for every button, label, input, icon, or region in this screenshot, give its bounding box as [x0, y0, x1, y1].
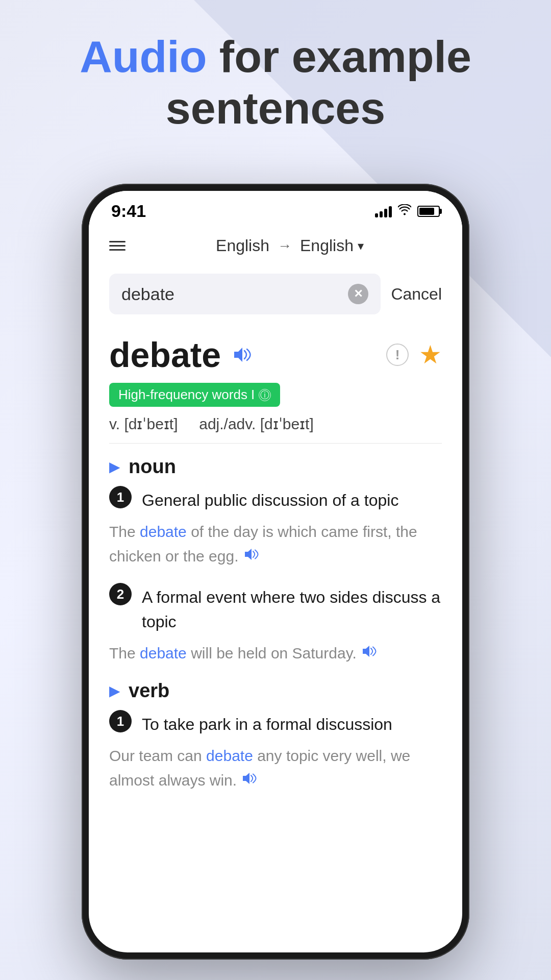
lang-arrow: → — [278, 238, 292, 254]
battery-icon — [417, 206, 440, 217]
definition-item: 1 To take park in a formal discussion Ou… — [109, 710, 442, 793]
word-header: debate ! ★ — [109, 335, 442, 375]
nav-bar: English → English ▾ — [89, 226, 462, 265]
hamburger-menu[interactable] — [109, 241, 126, 251]
sentence-audio-button[interactable] — [361, 644, 378, 658]
pos-triangle-verb-icon: ▶ — [109, 682, 120, 699]
chevron-down-icon: ▾ — [358, 239, 364, 253]
phonetics: v. [dɪˈbeɪt] adj./adv. [dɪˈbeɪt] — [109, 415, 442, 433]
sentence-audio-button[interactable] — [243, 547, 260, 561]
lang-from[interactable]: English — [216, 236, 269, 255]
heading-highlight: Audio — [80, 31, 207, 82]
pos-verb-header: ▶ verb — [109, 680, 442, 702]
def-text: A formal event where two sides discuss a… — [142, 583, 442, 634]
status-time: 9:41 — [111, 201, 146, 221]
def-number-row: 1 To take park in a formal discussion — [109, 710, 442, 737]
status-icons — [375, 204, 440, 218]
definition-item: 2 A formal event where two sides discuss… — [109, 583, 442, 666]
word-title: debate — [109, 335, 221, 375]
def-number-badge: 1 — [109, 486, 132, 508]
divider — [109, 443, 442, 444]
def-text: To take park in a formal discussion — [142, 710, 442, 737]
keyword-highlight: debate — [140, 523, 187, 540]
def-number-badge: 1 — [109, 710, 132, 732]
heading-rest: for examplesentences — [166, 31, 471, 133]
example-sentence: The debate of the day is which came firs… — [109, 520, 442, 569]
search-input-wrapper[interactable]: debate ✕ — [109, 274, 381, 314]
definitions-section: ▶ noun 1 General public discussion of a … — [89, 456, 462, 793]
phonetic-adj: adj./adv. [dɪˈbeɪt] — [199, 415, 314, 432]
page-heading: Audio for examplesentences — [31, 31, 520, 134]
language-selector: English → English ▾ — [138, 236, 442, 255]
definition-item: 1 General public discussion of a topic T… — [109, 486, 442, 569]
favorite-button[interactable]: ★ — [419, 340, 442, 370]
word-audio-button[interactable] — [231, 346, 254, 364]
example-sentence: Our team can debate any topic very well,… — [109, 744, 442, 793]
pos-triangle-icon: ▶ — [109, 458, 120, 475]
word-actions: ! ★ — [386, 340, 442, 370]
sentence-audio-button[interactable] — [241, 771, 258, 786]
frequency-info-icon[interactable]: ⓘ — [259, 389, 271, 401]
word-section: debate ! ★ — [89, 323, 462, 444]
wifi-icon — [398, 204, 411, 218]
signal-icon — [375, 205, 392, 217]
word-title-row: debate — [109, 335, 254, 375]
lang-to: English — [300, 236, 354, 255]
def-number-badge: 2 — [109, 583, 132, 605]
def-number-row: 1 General public discussion of a topic — [109, 486, 442, 512]
phone-mockup: 9:41 — [82, 184, 469, 960]
def-text: General public discussion of a topic — [142, 486, 442, 512]
search-bar: debate ✕ Cancel — [89, 265, 462, 323]
phonetic-verb: v. [dɪˈbeɪt] — [109, 415, 178, 432]
phone-frame: 9:41 — [82, 184, 469, 960]
pos-noun-header: ▶ noun — [109, 456, 442, 478]
frequency-badge: High-frequency words I ⓘ — [109, 383, 280, 407]
pos-noun-label: noun — [129, 456, 176, 478]
search-input[interactable]: debate — [121, 284, 342, 304]
lang-to-container[interactable]: English ▾ — [300, 236, 364, 255]
status-bar: 9:41 — [89, 191, 462, 226]
clear-icon: ✕ — [354, 288, 363, 300]
cancel-button[interactable]: Cancel — [391, 285, 442, 304]
example-sentence: The debate will be held on Saturday. — [109, 641, 442, 666]
phone-screen: 9:41 — [89, 191, 462, 952]
info-button[interactable]: ! — [386, 344, 409, 366]
pos-verb-label: verb — [129, 680, 169, 702]
keyword-highlight: debate — [206, 747, 253, 764]
def-number-row: 2 A formal event where two sides discuss… — [109, 583, 442, 634]
clear-button[interactable]: ✕ — [348, 284, 368, 304]
keyword-highlight: debate — [140, 645, 187, 662]
header-section: Audio for examplesentences — [0, 31, 551, 134]
